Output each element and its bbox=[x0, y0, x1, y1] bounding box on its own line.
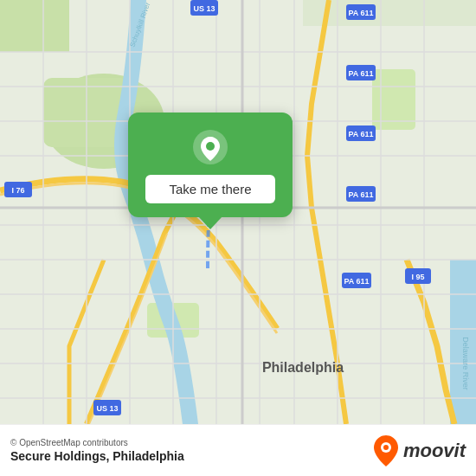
location-pin-icon bbox=[191, 128, 229, 166]
bottom-left: © OpenStreetMap contributors Secure Hold… bbox=[10, 438, 184, 463]
svg-text:I 95: I 95 bbox=[411, 273, 424, 281]
take-me-there-button[interactable]: Take me there bbox=[145, 175, 275, 203]
osm-attribution: © OpenStreetMap contributors bbox=[10, 438, 184, 447]
svg-text:US 13: US 13 bbox=[193, 4, 215, 13]
moovit-logo: moovit bbox=[374, 435, 466, 466]
svg-text:I 76: I 76 bbox=[11, 186, 24, 195]
svg-rect-5 bbox=[0, 0, 69, 52]
svg-point-53 bbox=[206, 142, 215, 151]
moovit-pin-icon bbox=[374, 435, 398, 466]
moovit-brand-text: moovit bbox=[403, 440, 466, 462]
bottom-bar: © OpenStreetMap contributors Secure Hold… bbox=[0, 424, 476, 476]
svg-text:PA 611: PA 611 bbox=[348, 69, 373, 78]
map-container[interactable]: I 76 US 13 US 13 PA 611 PA 611 PA 611 PA… bbox=[0, 0, 476, 424]
svg-text:PA 611: PA 611 bbox=[348, 9, 373, 17]
svg-point-55 bbox=[383, 445, 389, 450]
svg-text:PA 611: PA 611 bbox=[348, 130, 373, 138]
svg-text:PA 611: PA 611 bbox=[344, 277, 369, 286]
svg-text:US 13: US 13 bbox=[96, 404, 118, 413]
svg-text:Philadelphia: Philadelphia bbox=[262, 360, 344, 375]
svg-text:Delaware River: Delaware River bbox=[461, 337, 470, 390]
popup-card: Take me there bbox=[128, 113, 293, 217]
location-name: Secure Holdings, Philadelphia bbox=[10, 449, 184, 463]
svg-text:PA 611: PA 611 bbox=[348, 190, 373, 199]
